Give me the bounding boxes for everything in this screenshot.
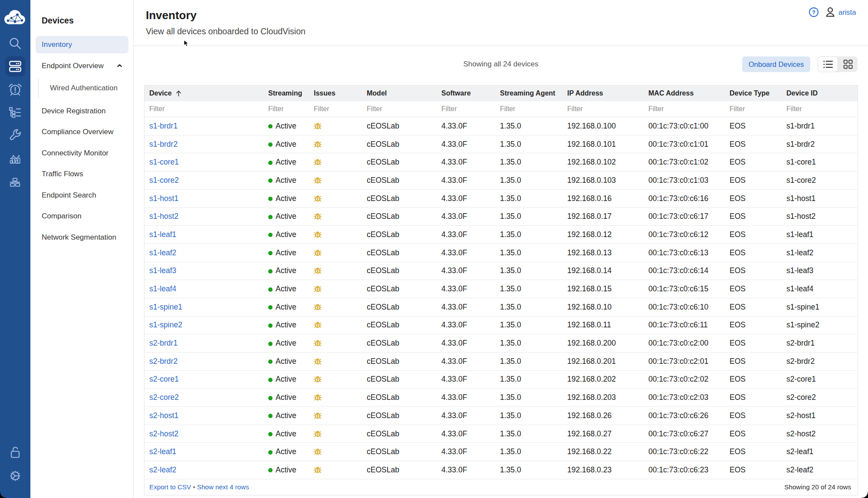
svg-text:?: ?: [812, 9, 815, 16]
